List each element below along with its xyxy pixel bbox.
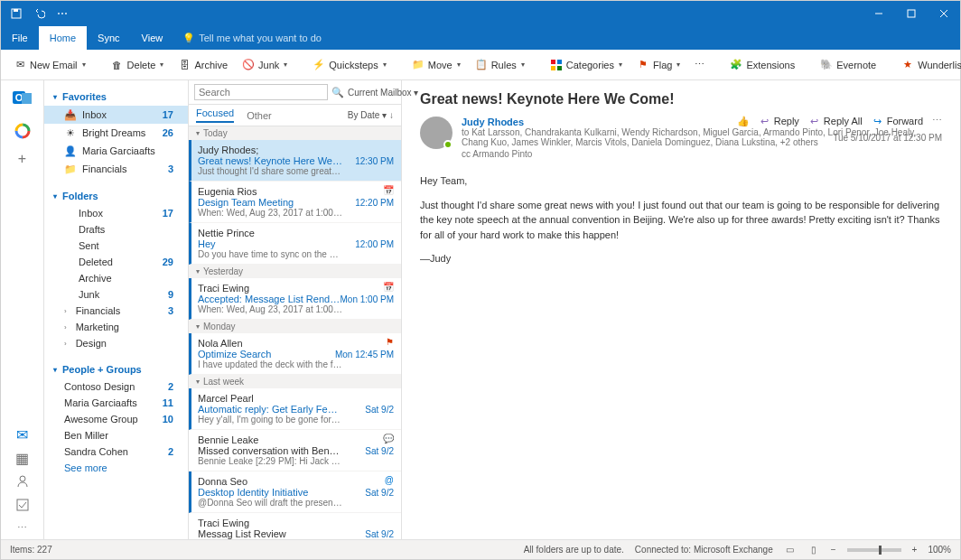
- qat-more-icon[interactable]: ⋯: [57, 7, 68, 20]
- folder-item[interactable]: Sent: [44, 238, 188, 254]
- zoom-in-button[interactable]: +: [912, 545, 918, 555]
- more-modules-icon[interactable]: ⋯: [17, 522, 27, 534]
- flag-icon: ⚑: [637, 59, 649, 71]
- wunderlist-button[interactable]: ★Wunderlist▾: [896, 56, 961, 74]
- see-more-link[interactable]: See more: [44, 460, 188, 476]
- archive-button[interactable]: 🗄Archive: [173, 56, 233, 74]
- folder-item[interactable]: Maria Garciaafts11: [44, 395, 188, 411]
- favorites-header[interactable]: ▾Favorites: [44, 88, 188, 106]
- folder-item[interactable]: ›Design: [44, 335, 188, 351]
- rules-button[interactable]: 📋Rules▾: [470, 56, 530, 74]
- view-reading-icon[interactable]: ▯: [807, 544, 820, 556]
- folder-icon: ☀: [64, 126, 77, 139]
- message-item[interactable]: @Donna SeoDesktop Identity Initiative@Do…: [189, 471, 401, 513]
- sender-avatar[interactable]: [420, 117, 453, 149]
- message-item[interactable]: 💬Bennie LeakeMissed conversation with Be…: [189, 430, 401, 471]
- tab-other[interactable]: Other: [247, 110, 272, 121]
- folder-item[interactable]: Deleted29: [44, 254, 188, 270]
- view-normal-icon[interactable]: ▭: [784, 544, 797, 556]
- sort-dropdown[interactable]: By Date ▾ ↓: [348, 110, 394, 120]
- calendar-module-icon[interactable]: ▦: [16, 452, 29, 464]
- evernote-button[interactable]: 🐘Evernote: [815, 56, 882, 74]
- message-date: Tue 5/10/2017 at 12:30 PM: [833, 133, 942, 143]
- new-email-button[interactable]: ✉New Email▾: [8, 56, 91, 74]
- folder-item[interactable]: Awesome Group10: [44, 411, 188, 427]
- evernote-icon: 🐘: [820, 59, 833, 71]
- junk-icon: 🚫: [242, 59, 255, 71]
- folder-item[interactable]: ☀Bright Dreams26: [44, 124, 188, 142]
- zoom-slider[interactable]: [847, 548, 901, 552]
- like-icon[interactable]: 👍: [737, 115, 750, 127]
- reply-button[interactable]: ↩Reply: [759, 115, 799, 127]
- message-list[interactable]: ▾ TodayJudy Rhodes;Great news! Keynote H…: [189, 126, 401, 539]
- folder-item[interactable]: Contoso Design2: [44, 378, 188, 395]
- more-button[interactable]: ⋯: [689, 56, 710, 73]
- message-item[interactable]: Judy Rhodes;Great news! Keynote Here We …: [189, 140, 401, 182]
- tab-focused[interactable]: Focused: [196, 107, 234, 123]
- message-item[interactable]: Marcel PearlAutomatic reply: Get Early F…: [189, 388, 401, 430]
- message-more-icon[interactable]: ⋯: [932, 115, 942, 127]
- add-account-icon[interactable]: +: [16, 153, 29, 165]
- categories-button[interactable]: Categories▾: [545, 56, 628, 74]
- close-button[interactable]: [928, 1, 960, 26]
- tab-home[interactable]: Home: [39, 26, 87, 50]
- google-icon[interactable]: [14, 122, 32, 140]
- folder-item[interactable]: Inbox17: [44, 205, 188, 221]
- folder-item[interactable]: Sandra Cohen2: [44, 443, 188, 460]
- folders-header[interactable]: ▾Folders: [44, 187, 188, 205]
- date-group-header[interactable]: ▾ Monday: [189, 320, 401, 333]
- folder-item[interactable]: Junk9: [44, 286, 188, 303]
- search-icon[interactable]: 🔍: [331, 86, 344, 98]
- move-button[interactable]: 📁Move▾: [406, 56, 466, 74]
- quicksteps-button[interactable]: ⚡Quicksteps▾: [307, 56, 391, 74]
- folder-item[interactable]: Archive: [44, 270, 188, 286]
- message-item[interactable]: Traci EwingMessag List ReviewDo you have…: [189, 513, 401, 539]
- flag-button[interactable]: ⚑Flag▾: [631, 56, 686, 74]
- svg-rect-6: [551, 60, 555, 64]
- message-item[interactable]: ⚑Nola AllenOptimize SearchI have updated…: [189, 333, 401, 375]
- folder-icon: 👤: [64, 145, 77, 157]
- calendar-icon: 📅: [383, 282, 394, 292]
- date-group-header[interactable]: ▾ Last week: [189, 375, 401, 388]
- people-module-icon[interactable]: [16, 475, 29, 488]
- trash-icon: 🗑: [111, 59, 124, 71]
- folder-item[interactable]: 📁Financials3: [44, 160, 188, 178]
- folder-item[interactable]: 👤Maria Garciaafts: [44, 142, 188, 160]
- zoom-out-button[interactable]: −: [831, 545, 836, 555]
- message-item[interactable]: Nettie PrinceHeyDo you have time to sync…: [189, 223, 401, 265]
- folder-item[interactable]: Ben Miller: [44, 427, 188, 443]
- save-icon[interactable]: [10, 7, 23, 20]
- date-group-header[interactable]: ▾ Today: [189, 126, 401, 140]
- junk-button[interactable]: 🚫Junk▾: [237, 56, 293, 74]
- undo-icon[interactable]: [33, 7, 46, 20]
- delete-button[interactable]: 🗑Delete▾: [106, 56, 170, 74]
- mail-module-icon[interactable]: ✉: [16, 428, 29, 441]
- outlook-app-icon[interactable]: O: [12, 88, 33, 109]
- folder-item[interactable]: Drafts: [44, 221, 188, 238]
- svg-rect-18: [17, 499, 28, 510]
- tab-view[interactable]: View: [131, 26, 174, 50]
- folder-item[interactable]: ›Financials3: [44, 303, 188, 319]
- message-item[interactable]: 📅Eugenia RiosDesign Team MeetingWhen: We…: [189, 182, 401, 223]
- tab-sync[interactable]: Sync: [87, 26, 130, 50]
- tasks-module-icon[interactable]: [16, 499, 29, 511]
- people-header[interactable]: ▾People + Groups: [44, 360, 188, 378]
- folder-pane: ▾Favorites 📥Inbox17☀Bright Dreams26👤Mari…: [44, 80, 189, 539]
- reply-all-button[interactable]: ↩Reply All: [808, 115, 863, 127]
- reply-all-icon: ↩: [808, 115, 821, 127]
- folder-icon: 📁: [64, 163, 77, 175]
- forward-button[interactable]: ↪Forward: [872, 115, 923, 127]
- mention-icon: @: [385, 475, 394, 485]
- tab-file[interactable]: File: [1, 26, 39, 50]
- extensions-button[interactable]: 🧩Extensions: [724, 56, 800, 74]
- minimize-button[interactable]: [863, 1, 895, 26]
- folder-item[interactable]: 📥Inbox17: [44, 106, 188, 124]
- move-icon: 📁: [412, 59, 425, 71]
- svg-rect-1: [14, 9, 18, 12]
- maximize-button[interactable]: [895, 1, 928, 26]
- search-input[interactable]: [194, 84, 328, 100]
- tell-me-search[interactable]: 💡 Tell me what you want to do: [182, 32, 322, 44]
- folder-item[interactable]: ›Marketing: [44, 319, 188, 335]
- message-item[interactable]: 📅Traci EwingAccepted: Message List Rende…: [189, 278, 401, 320]
- date-group-header[interactable]: ▾ Yesterday: [189, 265, 401, 278]
